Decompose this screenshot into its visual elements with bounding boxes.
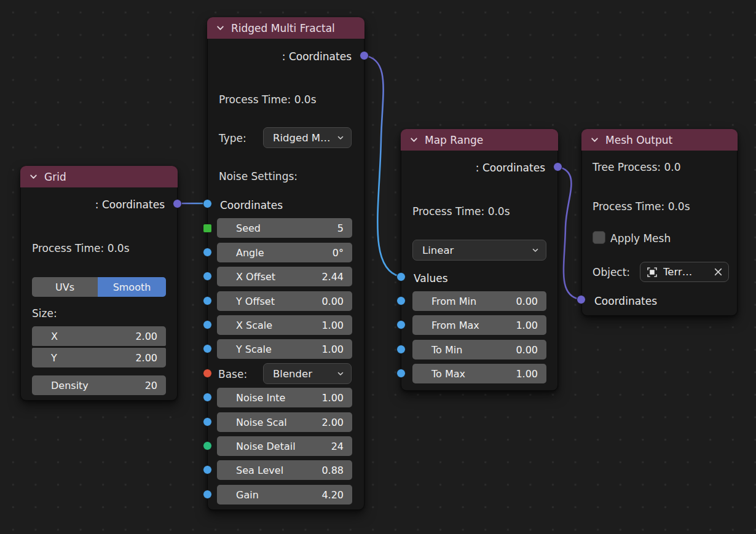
slider-value: 0.00: [321, 296, 344, 307]
smooth-toggle-button[interactable]: Smooth: [98, 277, 166, 297]
output-coordinates-label: : Coordinates: [282, 50, 352, 63]
seed-slider[interactable]: Seed 5: [217, 218, 352, 238]
chevron-down-icon: [337, 370, 344, 377]
node-ridged-multi-fractal[interactable]: Ridged Multi Fractal : Coordinates Proce…: [207, 17, 364, 510]
slider-label: X: [51, 331, 58, 342]
socket-input-coordinates[interactable]: [203, 199, 212, 208]
node-map-range-header[interactable]: Map Range: [401, 129, 558, 151]
socket-input-angle[interactable]: [203, 248, 212, 257]
slider-value: 1.00: [516, 320, 538, 331]
slider-value: 0.00: [516, 296, 538, 307]
socket-input-from-min[interactable]: [396, 296, 406, 305]
noise-scale-slider[interactable]: Noise Scal 2.00: [217, 412, 352, 432]
density-slider[interactable]: Density 20: [32, 375, 166, 395]
slider-value: 1.00: [321, 344, 344, 355]
socket-input-noise-detail[interactable]: [203, 441, 212, 450]
dropdown-value: Blender: [273, 368, 312, 380]
node-mesh-output-header[interactable]: Mesh Output: [581, 129, 738, 151]
from-max-slider[interactable]: From Max 1.00: [412, 315, 546, 335]
type-label: Type:: [219, 133, 246, 144]
clear-object-icon[interactable]: [714, 267, 723, 277]
socket-input-y-scale[interactable]: [203, 344, 212, 353]
type-dropdown[interactable]: Ridged M…: [263, 127, 352, 148]
slider-label: Sea Level: [236, 465, 283, 476]
x-scale-slider[interactable]: X Scale 1.00: [217, 315, 352, 335]
chevron-down-icon: [337, 134, 344, 141]
node-title: Map Range: [425, 134, 483, 146]
y-offset-slider[interactable]: Y Offset 0.00: [217, 291, 352, 311]
input-coordinates-label: Coordinates: [220, 199, 283, 211]
slider-label: From Max: [431, 320, 479, 331]
collapse-chevron-icon[interactable]: [409, 135, 419, 144]
apply-mesh-checkbox[interactable]: [593, 231, 605, 244]
socket-input-seed[interactable]: [203, 224, 212, 233]
socket-input-x-scale[interactable]: [203, 320, 212, 329]
slider-label: Density: [51, 380, 89, 391]
socket-input-values[interactable]: [396, 272, 406, 281]
to-max-slider[interactable]: To Max 1.00: [412, 364, 546, 383]
slider-value: 1.00: [321, 392, 344, 404]
input-coordinates-label: Coordinates: [594, 295, 657, 307]
noise-intensity-slider[interactable]: Noise Inte 1.00: [217, 388, 352, 407]
socket-input-noise-intensity[interactable]: [203, 393, 212, 402]
socket-input-to-max[interactable]: [396, 369, 406, 378]
base-dropdown[interactable]: Blender: [263, 363, 352, 384]
process-time-label: Process Time: 0.0s: [219, 95, 317, 105]
node-grid[interactable]: Grid : Coordinates Process Time: 0.0s UV…: [20, 166, 178, 401]
interpolation-dropdown[interactable]: Linear: [412, 240, 546, 261]
dropdown-value: Linear: [422, 245, 454, 256]
slider-label: Noise Scal: [236, 417, 287, 428]
slider-value: 2.00: [135, 331, 157, 342]
slider-value: 0.88: [321, 465, 344, 476]
sea-level-slider[interactable]: Sea Level 0.88: [217, 460, 352, 480]
socket-input-from-max[interactable]: [396, 320, 406, 329]
slider-value: 2.00: [321, 417, 344, 428]
tree-process-label: Tree Process: 0.0: [593, 162, 680, 173]
socket-input-y-offset[interactable]: [203, 296, 212, 305]
slider-label: Y Scale: [236, 344, 272, 355]
socket-input-base[interactable]: [203, 369, 212, 378]
slider-value: 24: [331, 441, 344, 452]
socket-input-gain[interactable]: [203, 490, 212, 499]
socket-input-to-min[interactable]: [396, 345, 406, 354]
node-map-range[interactable]: Map Range : Coordinates Process Time: 0.…: [401, 129, 558, 391]
object-name: Terr…: [663, 266, 709, 278]
object-label: Object:: [593, 267, 630, 278]
size-x-slider[interactable]: X 2.00: [32, 326, 166, 346]
link-fractal-to-maprange: [363, 55, 400, 277]
socket-output-coordinates[interactable]: [173, 199, 182, 208]
from-min-slider[interactable]: From Min 0.00: [412, 291, 546, 311]
slider-label: To Min: [431, 344, 462, 356]
x-offset-slider[interactable]: X Offset 2.44: [217, 267, 352, 286]
y-scale-slider[interactable]: Y Scale 1.00: [217, 339, 352, 359]
socket-input-x-offset[interactable]: [203, 272, 212, 281]
node-grid-header[interactable]: Grid: [20, 166, 178, 187]
socket-input-coordinates[interactable]: [577, 295, 586, 304]
collapse-chevron-icon[interactable]: [216, 23, 225, 33]
angle-slider[interactable]: Angle 0°: [217, 243, 352, 262]
object-picker-field[interactable]: Terr…: [640, 262, 729, 282]
slider-label: Noise Inte: [236, 392, 285, 404]
gain-slider[interactable]: Gain 4.20: [217, 485, 352, 505]
node-ridged-multi-fractal-header[interactable]: Ridged Multi Fractal: [207, 17, 364, 39]
slider-value: 5: [337, 222, 344, 234]
uvs-toggle-button[interactable]: UVs: [32, 277, 98, 297]
to-min-slider[interactable]: To Min 0.00: [412, 340, 546, 359]
collapse-chevron-icon[interactable]: [29, 172, 38, 181]
socket-output-coordinates[interactable]: [360, 51, 369, 60]
slider-value: 2.00: [135, 352, 157, 364]
node-mesh-output[interactable]: Mesh Output Tree Process: 0.0 Process Ti…: [581, 129, 738, 316]
node-editor-canvas[interactable]: Grid : Coordinates Process Time: 0.0s UV…: [0, 0, 756, 534]
output-coordinates-label: : Coordinates: [95, 198, 165, 211]
process-time-label: Process Time: 0.0s: [32, 243, 130, 254]
noise-detail-slider[interactable]: Noise Detail 24: [217, 436, 352, 456]
size-y-slider[interactable]: Y 2.00: [32, 348, 166, 367]
collapse-chevron-icon[interactable]: [590, 135, 599, 144]
slider-label: Noise Detail: [236, 441, 296, 452]
slider-value: 4.20: [321, 489, 344, 501]
base-label: Base:: [218, 369, 247, 380]
socket-input-sea-level[interactable]: [203, 465, 212, 474]
socket-input-noise-scale[interactable]: [203, 417, 212, 426]
slider-label: Y: [51, 352, 57, 364]
socket-output-coordinates[interactable]: [553, 162, 562, 171]
